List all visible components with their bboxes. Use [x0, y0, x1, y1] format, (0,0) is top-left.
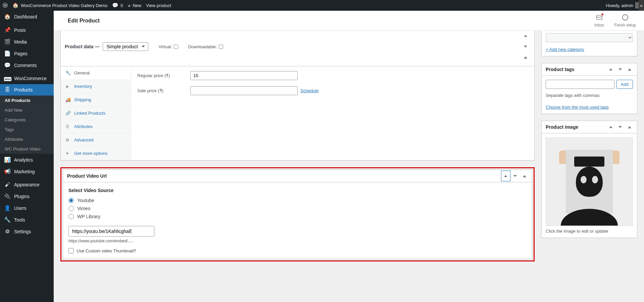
- regular-price-input[interactable]: [190, 71, 298, 80]
- howdy-link[interactable]: Howdy, admin: [606, 2, 641, 8]
- move-up-button[interactable]: [521, 31, 530, 41]
- menu-analytics[interactable]: 📊Analytics: [0, 154, 54, 166]
- category-parent-select[interactable]: [546, 33, 633, 42]
- move-down-button[interactable]: [521, 41, 530, 52]
- radio-youtube[interactable]: [68, 198, 74, 203]
- menu-comments[interactable]: 💬Comments: [0, 59, 54, 71]
- submenu-wc-product-video[interactable]: WC Product Video: [0, 144, 54, 154]
- products-icon: 🗄: [4, 87, 11, 93]
- toggle-button[interactable]: [625, 64, 634, 75]
- submenu-categories[interactable]: Categories: [0, 115, 54, 125]
- downloadable-checkbox[interactable]: [219, 45, 223, 49]
- menu-users[interactable]: 👤Users: [0, 202, 54, 214]
- submenu-add-new[interactable]: Add New: [0, 105, 54, 115]
- product-data-tabs: 🔧General ◈Inventory 🚚Shipping 🔗Linked Pr…: [61, 66, 131, 160]
- radio-vimeo-label: Vimeo: [77, 206, 90, 211]
- products-submenu: All Products Add New Categories Tags Att…: [0, 96, 54, 154]
- product-image-thumbnail[interactable]: [546, 137, 633, 226]
- sale-price-label: Sale price (₹): [137, 88, 190, 93]
- toggle-button[interactable]: [521, 52, 530, 63]
- truck-icon: 🚚: [65, 97, 71, 102]
- tab-label: Inventory: [74, 84, 92, 89]
- custom-thumbnail-checkbox[interactable]: [68, 248, 74, 253]
- marketing-icon: 📢: [4, 168, 11, 175]
- view-product-link[interactable]: View product: [146, 3, 171, 8]
- menu-media[interactable]: 🎬Media: [0, 36, 54, 48]
- menu-plugins[interactable]: 🔌Plugins: [0, 190, 54, 202]
- menu-tools[interactable]: 🔧Tools: [0, 214, 54, 226]
- wrench-icon: 🔧: [65, 70, 71, 75]
- new-label: New: [133, 3, 141, 8]
- tag-input[interactable]: [546, 80, 614, 89]
- menu-settings[interactable]: ⚙Settings: [0, 226, 54, 237]
- menu-products[interactable]: 🗄Products: [0, 84, 54, 96]
- radio-vimeo[interactable]: [68, 206, 74, 211]
- wp-logo[interactable]: ⓦ: [3, 2, 8, 9]
- add-new-category-link[interactable]: + Add new category: [546, 47, 584, 52]
- tab-general[interactable]: 🔧General: [61, 66, 131, 80]
- product-data-title: Product data —: [65, 44, 99, 49]
- menu-label: Users: [14, 205, 27, 211]
- link-icon: 🔗: [65, 111, 71, 116]
- menu-label: WooCommerce: [14, 76, 47, 81]
- tab-get-more[interactable]: ✦Get more options: [61, 147, 131, 160]
- toggle-button[interactable]: [520, 171, 529, 181]
- product-image-box: Product image: [541, 121, 637, 238]
- inbox-button[interactable]: Inbox: [594, 14, 604, 27]
- custom-thumbnail-label: Use Custom video Thumbnail?: [77, 248, 136, 253]
- tags-help: Separate tags with commas: [546, 93, 633, 98]
- move-up-button[interactable]: [606, 122, 615, 132]
- page-scroll-up[interactable]: [639, 0, 644, 11]
- tab-advanced[interactable]: ⚙Advanced: [61, 133, 131, 147]
- view-product-label: View product: [146, 3, 171, 8]
- product-video-url-box: Product Video Url Select Video Source: [63, 170, 532, 259]
- menu-label: Plugins: [14, 194, 30, 199]
- settings-icon: ⚙: [4, 228, 11, 235]
- finish-setup-button[interactable]: Finish setup: [614, 14, 636, 27]
- schedule-link[interactable]: Schedule: [300, 88, 318, 93]
- list-icon: ☰: [65, 124, 71, 129]
- new-link[interactable]: +New: [128, 3, 141, 8]
- site-link[interactable]: 🏠WooCommerce Product Video Gallery Demo: [12, 2, 107, 8]
- notification-dot: [601, 13, 604, 16]
- finish-label: Finish setup: [614, 23, 636, 27]
- virtual-checkbox[interactable]: [174, 45, 178, 49]
- tab-inventory[interactable]: ◈Inventory: [61, 80, 131, 93]
- add-tag-button[interactable]: Add: [616, 80, 633, 89]
- submenu-tags[interactable]: Tags: [0, 125, 54, 134]
- tab-attributes[interactable]: ☰Attributes: [61, 120, 131, 133]
- menu-label: Media: [14, 39, 27, 45]
- tab-linked[interactable]: 🔗Linked Products: [61, 107, 131, 120]
- menu-label: Posts: [14, 27, 26, 33]
- sale-price-input[interactable]: [190, 86, 298, 95]
- video-url-input[interactable]: [68, 226, 154, 237]
- submenu-all-products[interactable]: All Products: [0, 96, 54, 105]
- comments-count: 0: [120, 3, 123, 8]
- choose-used-tags-link[interactable]: Choose from the most used tags: [546, 105, 609, 110]
- tab-label: Linked Products: [74, 111, 105, 116]
- menu-pages[interactable]: 📄Pages: [0, 48, 54, 59]
- submenu-attributes[interactable]: Attributes: [0, 134, 54, 144]
- move-up-button[interactable]: [501, 171, 510, 181]
- menu-label: Products: [14, 87, 33, 93]
- circle-icon: [622, 14, 629, 22]
- menu-label: Dashboard: [14, 14, 37, 19]
- product-tags-box: Product tags Add Separate tags with comm: [541, 63, 637, 114]
- tab-shipping[interactable]: 🚚Shipping: [61, 93, 131, 107]
- move-down-button[interactable]: [615, 64, 625, 75]
- radio-wp-library[interactable]: [68, 214, 74, 219]
- menu-woocommerce[interactable]: wooWooCommerce: [0, 73, 54, 84]
- tab-label: Get more options: [74, 151, 108, 156]
- product-type-select[interactable]: Simple product: [103, 42, 148, 51]
- comments-link[interactable]: 💬0: [112, 2, 123, 8]
- toggle-button[interactable]: [625, 122, 634, 132]
- menu-appearance[interactable]: 🖌Appearance: [0, 179, 54, 190]
- move-down-button[interactable]: [510, 171, 520, 181]
- move-up-button[interactable]: [606, 64, 615, 75]
- move-down-button[interactable]: [615, 122, 625, 132]
- menu-marketing[interactable]: 📢Marketing: [0, 166, 54, 177]
- analytics-icon: 📊: [4, 157, 11, 163]
- menu-posts[interactable]: 📌Posts: [0, 24, 54, 36]
- menu-dashboard[interactable]: 🏠Dashboard: [0, 11, 54, 22]
- admin-bar: ⓦ 🏠WooCommerce Product Video Gallery Dem…: [0, 0, 644, 11]
